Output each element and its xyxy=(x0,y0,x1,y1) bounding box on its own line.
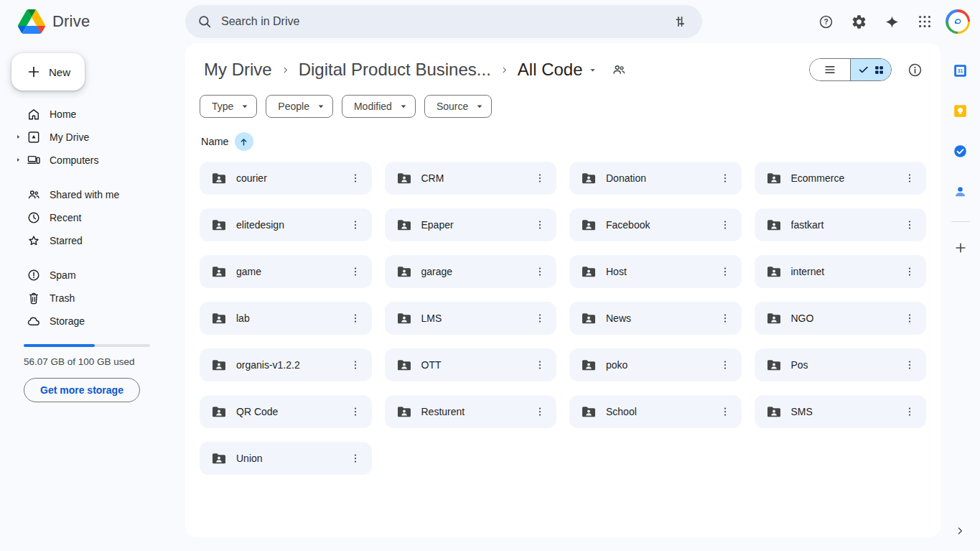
search-input[interactable] xyxy=(221,15,659,28)
sidebar-item-recent[interactable]: Recent xyxy=(0,206,185,229)
storage-progress-bar[interactable] xyxy=(24,344,150,347)
calendar-app-button[interactable] xyxy=(946,56,975,85)
shared-folder-icon xyxy=(396,217,412,233)
tasks-app-button[interactable] xyxy=(946,136,975,165)
google-apps-button[interactable] xyxy=(910,7,939,36)
more-actions-button[interactable] xyxy=(713,213,737,237)
search-options-button[interactable] xyxy=(668,9,692,34)
folder-card[interactable]: CRM xyxy=(385,162,557,195)
more-actions-button[interactable] xyxy=(343,353,368,377)
more-actions-button[interactable] xyxy=(897,259,922,284)
folder-card[interactable]: internet xyxy=(755,255,927,288)
more-actions-button[interactable] xyxy=(713,306,737,330)
more-actions-button[interactable] xyxy=(343,306,368,330)
sidebar-item-home[interactable]: Home xyxy=(0,103,185,126)
more-actions-button[interactable] xyxy=(897,166,922,190)
sidebar-item-computers[interactable]: Computers xyxy=(0,149,185,172)
expand-caret-icon[interactable] xyxy=(14,156,22,164)
folder-card[interactable]: Donation xyxy=(569,162,742,195)
breadcrumb-item[interactable]: Digital Product Busines... xyxy=(294,58,495,81)
sort-header[interactable]: Name xyxy=(185,118,253,151)
settings-button[interactable] xyxy=(844,7,873,36)
more-actions-button[interactable] xyxy=(713,353,737,377)
folder-card[interactable]: lab xyxy=(200,302,372,335)
tasks-icon xyxy=(953,144,968,159)
folder-card[interactable]: SMS xyxy=(755,395,927,428)
folder-card[interactable]: elitedesign xyxy=(200,208,372,241)
get-more-storage-button[interactable]: Get more storage xyxy=(24,378,140,402)
folder-card[interactable]: game xyxy=(200,255,372,288)
filter-chip-people[interactable]: People xyxy=(266,95,333,118)
sidebar-item-my-drive[interactable]: My Drive xyxy=(0,126,185,149)
folder-card[interactable]: Host xyxy=(569,255,742,288)
more-actions-button[interactable] xyxy=(343,399,368,424)
sidebar-item-shared-with-me[interactable]: Shared with me xyxy=(0,183,185,206)
folder-name: Donation xyxy=(606,172,713,184)
folder-card[interactable]: organis-v1.2.2 xyxy=(200,348,372,381)
new-button[interactable]: New xyxy=(11,53,85,91)
more-actions-button[interactable] xyxy=(528,399,552,424)
folder-card[interactable]: Resturent xyxy=(385,395,557,428)
grid-view-button[interactable] xyxy=(850,59,891,80)
help-button[interactable] xyxy=(811,7,840,36)
more-actions-button[interactable] xyxy=(528,353,552,377)
more-actions-button[interactable] xyxy=(528,306,552,330)
contacts-app-button[interactable] xyxy=(946,177,975,205)
sort-direction-badge xyxy=(235,132,253,151)
breadcrumb-item[interactable]: All Code xyxy=(513,58,602,81)
more-actions-button[interactable] xyxy=(897,213,922,237)
shared-folder-icon xyxy=(211,404,227,420)
sidebar-item-spam[interactable]: Spam xyxy=(0,264,185,287)
list-view-button[interactable] xyxy=(810,59,850,80)
shared-folder-people-icon[interactable] xyxy=(611,62,627,78)
hide-side-panel-button[interactable] xyxy=(951,522,969,540)
folder-card[interactable]: School xyxy=(569,395,742,428)
filter-chip-source[interactable]: Source xyxy=(424,95,492,118)
expand-caret-icon[interactable] xyxy=(14,133,22,141)
more-actions-button[interactable] xyxy=(528,259,552,284)
folder-card[interactable]: Union xyxy=(200,442,372,475)
folder-card[interactable]: LMS xyxy=(385,302,557,335)
folder-card[interactable]: OTT xyxy=(385,348,557,381)
more-actions-button[interactable] xyxy=(897,306,922,330)
more-actions-button[interactable] xyxy=(343,446,368,471)
sidebar-item-storage[interactable]: Storage xyxy=(0,310,185,333)
folder-card[interactable]: QR Code xyxy=(200,395,372,428)
filter-chip-modified[interactable]: Modified xyxy=(342,95,416,118)
folder-card[interactable]: garage xyxy=(385,255,557,288)
folder-card[interactable]: Epaper xyxy=(385,208,557,241)
folder-name: Host xyxy=(606,266,713,277)
more-actions-button[interactable] xyxy=(897,399,922,424)
folder-card[interactable]: poko xyxy=(569,348,742,381)
folder-card[interactable]: Facebook xyxy=(569,208,742,241)
folder-card[interactable]: Ecommerce xyxy=(755,162,927,195)
folder-card[interactable]: courier xyxy=(200,162,372,195)
more-actions-button[interactable] xyxy=(713,399,737,424)
sidebar-item-starred[interactable]: Starred xyxy=(0,229,185,252)
more-actions-button[interactable] xyxy=(343,259,368,284)
more-actions-button[interactable] xyxy=(343,166,368,190)
filter-chip-type[interactable]: Type xyxy=(200,95,257,118)
folder-card[interactable]: NGO xyxy=(755,302,927,335)
filter-chip-label: People xyxy=(278,101,309,112)
sidebar-item-trash[interactable]: Trash xyxy=(0,287,185,310)
gemini-button[interactable] xyxy=(877,7,906,36)
main-content: My Drive Digital Product Busines... All … xyxy=(185,43,941,537)
drive-brand[interactable]: Drive xyxy=(0,0,185,43)
folder-card[interactable]: News xyxy=(569,302,742,335)
breadcrumb-item[interactable]: My Drive xyxy=(200,58,276,81)
get-addons-button[interactable] xyxy=(946,233,975,262)
keep-app-button[interactable] xyxy=(946,96,975,125)
more-actions-button[interactable] xyxy=(528,166,552,190)
more-actions-button[interactable] xyxy=(713,166,737,190)
more-actions-button[interactable] xyxy=(897,353,922,377)
search-bar[interactable] xyxy=(185,5,702,38)
more-actions-button[interactable] xyxy=(343,213,368,237)
details-button[interactable] xyxy=(903,58,926,81)
folder-card[interactable]: fastkart xyxy=(755,208,927,241)
more-actions-button[interactable] xyxy=(528,213,552,237)
more-actions-button[interactable] xyxy=(713,259,737,284)
account-avatar[interactable] xyxy=(946,9,970,34)
folder-card[interactable]: Pos xyxy=(755,348,927,381)
account-avatar-logo xyxy=(948,12,968,32)
